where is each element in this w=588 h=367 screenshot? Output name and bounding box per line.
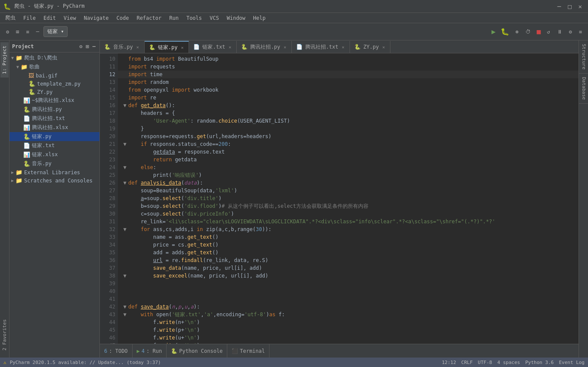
code-line-33[interactable]: name = ass.get_text() [118,233,579,241]
project-selector[interactable]: 链家 ▾ [43,26,68,37]
tab-lianjia-py[interactable]: 🐍 链家.py ✕ [145,41,189,53]
run-tab[interactable]: ▶ 4 : Run [133,344,167,358]
run-button[interactable]: ▶ [490,27,498,37]
tree-item-tencent-xlsx[interactable]: 📊 腾讯社招.xlsx [9,123,99,132]
tree-item-folder-gequ[interactable]: ▼ 📁 歌曲 [9,62,99,71]
menu-view[interactable]: View [60,14,80,22]
code-line-15[interactable]: import re [118,94,579,102]
tree-item-lianjia-xlsx[interactable]: 📊 链家.xlsx [9,150,99,159]
tab-zy-py-close[interactable]: ✕ [381,45,386,49]
rerun-button[interactable]: ↺ [544,27,552,37]
minimize-button[interactable]: ─ [555,3,563,10]
menu-help[interactable]: Help [250,14,269,22]
menu-code[interactable]: Code [113,14,133,22]
cursor-position[interactable]: 12:12 [442,360,456,365]
tree-item-tencent-py[interactable]: 🐍 腾讯社招.py [9,105,99,114]
code-line-30[interactable]: c=soup.select('div.priceInfo') [118,210,579,218]
toolbar-collapse[interactable]: ≡ [23,27,31,37]
indent[interactable]: 4 spaces [497,360,520,365]
menu-window[interactable]: Window [223,14,249,22]
code-line-16[interactable]: ▼ def get_data(): [118,102,579,109]
code-line-43[interactable]: ▼ with open('链家.txt','a',encoding='utf-8… [118,311,579,318]
terminal-tab[interactable]: ⬛ Terminal [227,344,269,358]
stop-button[interactable]: ■ [535,27,543,37]
tree-item-scratches[interactable]: ▶ 📁 Scratches and Consoles [9,176,99,185]
coverage-button[interactable]: ⊛ [513,27,521,37]
structure-tab[interactable]: Structure [579,40,588,74]
tree-item-tencent-xlsx-tmp[interactable]: 📊 ~$腾讯社招.xlsx [9,96,99,105]
code-line-18[interactable]: 'User-Agent': random.choice(USER_AGENT_L… [118,117,579,125]
code-line-36[interactable]: url = re.findall(re_link, data, re.S) [118,256,579,264]
code-line-10[interactable]: from bs4 import BeautifulSoup [118,55,579,63]
tree-item-zy-py[interactable]: 🐍 ZY.py [9,88,99,96]
code-line-19[interactable]: } [118,125,579,133]
code-line-27[interactable]: soup=BeautifulSoup(data,'lxml') [118,187,579,194]
code-content[interactable]: from bs4 import BeautifulSoup import req… [118,53,579,344]
code-line-31[interactable]: re_link='<li\sclass="clear\sLOGVIEWDATA\… [118,218,579,225]
tab-music-py-close[interactable]: ✕ [136,45,140,49]
toolbar-expand[interactable]: ⊞ [13,27,22,37]
tree-item-tencent-txt[interactable]: 📄 腾讯社招.txt [9,114,99,123]
close-button[interactable]: ✕ [576,3,585,10]
code-line-28[interactable]: a=soup.select('div.title') [118,194,579,202]
debug-button[interactable]: 🐛 [499,27,511,37]
encoding[interactable]: UTF-8 [478,360,492,365]
code-line-41[interactable] [118,295,579,303]
code-line-12[interactable]: import time [118,71,579,78]
tab-lianjia-txt-close[interactable]: ✕ [228,45,232,49]
sidebar-expand-icon[interactable]: ⊞ [85,43,90,50]
menu-app[interactable]: 爬虫 [2,13,19,22]
code-line-20[interactable]: response=requests.get(url,headers=header… [118,133,579,140]
menu-vcs[interactable]: VCS [206,14,223,22]
code-line-39[interactable] [118,280,579,287]
tab-tencent-py[interactable]: 🐍 腾讯社招.py ✕ [237,41,292,53]
menu-refactor[interactable]: Refactor [133,14,165,22]
code-line-34[interactable]: price = cs.get_text() [118,241,579,249]
tab-tencent-txt[interactable]: 📄 腾讯社招.txt ✕ [292,41,350,53]
tab-lianjia-txt[interactable]: 📄 链家.txt ✕ [189,41,237,53]
tree-item-template-py[interactable]: 🐍 template_zm.py [9,80,99,88]
pycharm-update[interactable]: PyCharm 2020.1.5 available: // Update...… [10,360,161,365]
code-line-35[interactable]: add = adds.get_text() [118,249,579,256]
layout-button[interactable]: ≡ [576,27,585,37]
code-editor[interactable]: 10 11 12 13 14 15 16 17 18 19 20 21 22 2… [100,53,579,344]
code-line-21[interactable]: ▼ if response.status_code==200: [118,140,579,148]
tab-zy-py[interactable]: 🐍 ZY.py ✕ [350,41,390,53]
code-line-37[interactable]: save_data(name, price, url[i], add) [118,264,579,272]
tab-tencent-py-close[interactable]: ✕ [283,45,287,49]
maximize-button[interactable]: □ [565,3,574,10]
tree-item-lianjia-py[interactable]: 🐍 链家.py [9,132,99,141]
code-line-45[interactable]: f.write(p+'\n') [118,326,579,334]
toolbar-settings[interactable]: ⚙ [3,27,12,37]
code-line-42[interactable]: ▼ def save_data(n,p,u,a): [118,303,579,311]
project-tab[interactable]: 1: Project [0,42,9,77]
pause-button[interactable]: ⏸ [554,27,565,37]
code-line-22[interactable]: getdata = response.text [118,148,579,156]
language[interactable]: Python 3.6 [525,360,554,365]
code-line-46[interactable]: f.write(u+'\n') [118,334,579,342]
sidebar-gear-icon[interactable]: ⚙ [78,43,84,50]
code-line-44[interactable]: f.write(n+'\n') [118,318,579,326]
tree-item-bai-gif[interactable]: 🖼 bai.gif [9,71,99,80]
menu-run[interactable]: Run [166,14,182,22]
code-line-13[interactable]: import random [118,78,579,86]
profile-button[interactable]: ⏱ [523,27,533,37]
code-line-38[interactable]: ▼ save_exceel(name, price, url[i], add) [118,272,579,280]
toolbar-close-panel[interactable]: ─ [34,27,42,37]
tab-tencent-txt-close[interactable]: ✕ [341,45,345,49]
code-line-14[interactable]: from openpyxl import workbook [118,86,579,94]
tab-music-py[interactable]: 🐍 音乐.py ✕ [100,41,145,53]
tree-item-external-libs[interactable]: ▶ 📁 External Libraries [9,168,99,176]
code-line-25[interactable]: print('响应错误') [118,171,579,179]
todo-tab[interactable]: 6 : TODO [100,344,133,358]
code-line-23[interactable]: return getdata [118,156,579,163]
menu-edit[interactable]: Edit [40,14,59,22]
menu-navigate[interactable]: Navigate [80,14,112,22]
code-line-11[interactable]: import requests [118,63,579,71]
tree-item-root[interactable]: ▼ 📁 爬虫 D:\爬虫 [9,53,99,62]
menu-file[interactable]: File [20,14,39,22]
code-line-32[interactable]: ▼ for ass,cs,adds,i in zip(a,c,b,range(3… [118,225,579,233]
menu-tools[interactable]: Tools [183,14,205,22]
tree-item-lianjia-txt[interactable]: 📄 链家.txt [9,141,99,150]
database-tab[interactable]: Database [579,74,588,104]
